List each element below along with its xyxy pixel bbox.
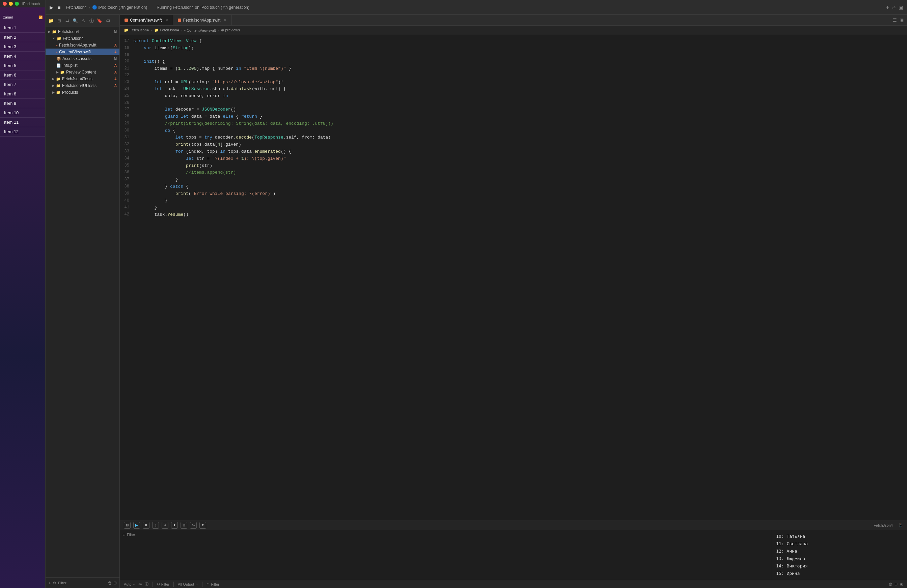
add-file-icon[interactable]: + <box>48 580 51 586</box>
tab-contentview[interactable]: ContentView.swift ✕ <box>120 15 173 25</box>
warning-icon[interactable]: ⚠ <box>81 18 86 24</box>
line-code[interactable]: let url = URL(string: "https://slova.de/… <box>133 79 907 86</box>
split-icon[interactable]: ⇌ <box>892 5 896 10</box>
debug-output: 10: Татьяна11: Светлана12: Анна13: Людми… <box>772 530 907 580</box>
list-item[interactable]: Item 8 <box>0 89 45 99</box>
tab-fetchjson4app[interactable]: FetchJson4App.swift ✕ <box>173 15 232 25</box>
line-code[interactable]: let task = URLSession.shared.dataTask(wi… <box>133 86 907 93</box>
line-code[interactable]: for (index, top) in tops.data.enumerated… <box>133 149 907 155</box>
file-fetchjson4app[interactable]: ▪ FetchJson4App.swift A <box>46 42 119 48</box>
folder-products[interactable]: ▶ 📁 Products <box>46 89 119 96</box>
info-icon2[interactable]: ⓘ <box>145 582 149 586</box>
list-item[interactable]: Item 3 <box>0 42 45 51</box>
group-fetchjson4[interactable]: ▼ 📁 FetchJson4 <box>46 35 119 42</box>
step-over-btn[interactable]: ⤵ <box>152 522 159 529</box>
list-item[interactable]: Item 7 <box>0 80 45 89</box>
line-number: 27 <box>120 106 133 113</box>
line-code[interactable]: //items.append(str) <box>133 169 907 176</box>
layout-icon2[interactable]: ▣ <box>900 582 903 586</box>
maximize-button[interactable] <box>15 2 19 6</box>
bookmark-icon[interactable]: 🔖 <box>97 18 102 24</box>
grid-icon[interactable]: ⊞ <box>56 18 62 24</box>
play-debug-btn[interactable]: ▶ <box>133 522 140 529</box>
file-contentview[interactable]: ▪ ContentView.swift A <box>46 48 119 55</box>
info-icon[interactable]: ⓘ <box>89 18 94 24</box>
list-item[interactable]: Item 9 <box>0 99 45 108</box>
step-down-btn[interactable]: ⬇ <box>162 522 168 529</box>
output-mode[interactable]: All Output ⌄ <box>178 582 198 586</box>
file-assets[interactable]: 📦 Assets.xcassets M <box>46 55 119 62</box>
auto-label[interactable]: Auto ⌄ <box>124 582 136 586</box>
line-code[interactable]: items = (1...200).map { number in "Item … <box>133 66 907 72</box>
nav-btn[interactable]: ↪ <box>190 522 197 529</box>
file-infoplist[interactable]: 📄 Info.plist A <box>46 62 119 69</box>
list-item[interactable]: Item 11 <box>0 118 45 127</box>
line-code[interactable]: let decoder = JSONDecoder() <box>133 106 907 113</box>
line-code[interactable]: let str = "\(index + 1): \(top.given)" <box>133 155 907 163</box>
status-bar: Carrier 📶 <box>0 14 45 21</box>
list-item[interactable]: Item 12 <box>0 127 45 137</box>
line-code[interactable]: init() { <box>133 58 907 66</box>
bc-project[interactable]: 📁 FetchJson4 <box>124 28 149 32</box>
folder-tests[interactable]: ▶ 📁 FetchJson4Tests A <box>46 75 119 82</box>
split-view-btn[interactable]: ⊞ <box>181 522 187 529</box>
line-code[interactable]: let tops = try decoder.decode(TopRespons… <box>133 134 907 141</box>
bc-group[interactable]: 📁 FetchJson4 <box>154 28 179 32</box>
line-code[interactable]: task.resume() <box>133 211 907 219</box>
close-button[interactable] <box>3 2 7 6</box>
search-icon[interactable]: 🔍 <box>72 18 78 24</box>
split-icon2[interactable]: ⊞ <box>894 582 897 586</box>
line-code[interactable]: } <box>133 205 907 211</box>
bc-symbol[interactable]: ⊕ previews <box>221 28 240 32</box>
layout-icon[interactable]: ▣ <box>899 5 903 10</box>
line-code[interactable]: do { <box>133 128 907 134</box>
line-code[interactable]: var items:[String]; <box>133 45 907 52</box>
line-code[interactable]: print(str) <box>133 163 907 169</box>
trash-icon2[interactable]: 🗑 <box>889 582 893 586</box>
filter-placeholder2[interactable]: Filter <box>211 582 219 586</box>
stop-button[interactable]: ■ <box>58 5 63 10</box>
line-number: 24 <box>120 86 133 92</box>
console-toggle[interactable]: ⊟ <box>124 522 131 529</box>
split-editor-icon[interactable]: ▣ <box>900 18 904 22</box>
folder-preview-content[interactable]: ▶ 📁 Preview Content A <box>46 69 119 75</box>
add-tab-icon[interactable]: + <box>886 5 889 10</box>
list-item[interactable]: Item 1 <box>0 23 45 33</box>
trash-icon[interactable]: 🗑 <box>108 581 112 585</box>
line-code[interactable]: print(tops.data[4].given) <box>133 141 907 149</box>
line-code[interactable]: //print(String(describing: String(data: … <box>133 120 907 128</box>
line-number: 40 <box>120 198 133 204</box>
code-line: 20 init() { <box>120 58 907 66</box>
pause-btn[interactable]: ⏸ <box>143 522 149 529</box>
bc-file[interactable]: ▪ ContentView.swift <box>184 28 216 32</box>
hamburger-icon[interactable]: ☰ <box>893 18 897 22</box>
list-item[interactable]: Item 4 <box>0 51 45 61</box>
play-button[interactable]: ▶ <box>50 5 55 10</box>
line-code[interactable]: } <box>133 198 907 205</box>
list-item[interactable]: Item 5 <box>0 61 45 70</box>
merge-icon[interactable]: ⇄ <box>64 18 70 24</box>
share-btn[interactable]: ⬆ <box>199 522 206 529</box>
tag-icon[interactable]: 🏷 <box>105 18 111 24</box>
line-code[interactable]: } catch { <box>133 184 907 190</box>
list-item[interactable]: Item 6 <box>0 70 45 80</box>
line-code[interactable]: } <box>133 176 907 184</box>
step-up-btn[interactable]: ⬆ <box>171 522 178 529</box>
folder-uitests[interactable]: ▶ 📁 FetchJson4UITests A <box>46 82 119 89</box>
layout-icon[interactable]: ⊞ <box>114 581 117 585</box>
line-code[interactable]: print("Error while parsing: \(error)") <box>133 190 907 198</box>
list-item[interactable]: Item 2 <box>0 33 45 42</box>
filter-placeholder[interactable]: Filter <box>161 582 169 586</box>
tab-close-icon[interactable]: ✕ <box>224 18 226 22</box>
project-root[interactable]: ▶ 📁 FetchJson4 M <box>46 28 119 35</box>
line-code[interactable]: data, response, error in <box>133 93 907 100</box>
tab-close-icon[interactable]: ✕ <box>165 18 168 22</box>
folder-icon[interactable]: 📁 <box>48 18 54 24</box>
simulator-list[interactable]: Item 1Item 2Item 3Item 4Item 5Item 6Item… <box>0 21 45 139</box>
code-content[interactable]: 17struct ContentView: View {18 var items… <box>120 35 907 521</box>
list-item[interactable]: Item 10 <box>0 108 45 118</box>
minimize-button[interactable] <box>9 2 13 6</box>
line-code[interactable]: struct ContentView: View { <box>133 38 907 45</box>
line-code[interactable]: guard let data = data else { return } <box>133 113 907 120</box>
watch-icon[interactable]: 👁 <box>138 582 142 586</box>
